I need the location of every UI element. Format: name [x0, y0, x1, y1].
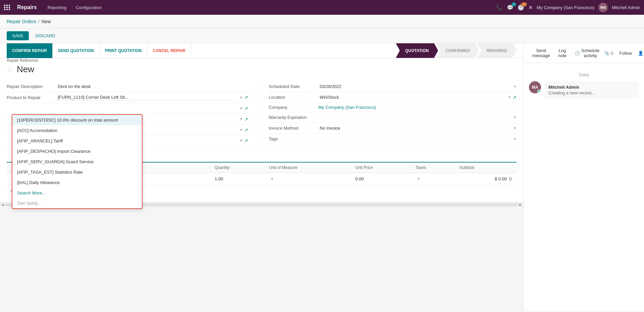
product-ext-link-icon[interactable]: ↗ [244, 95, 248, 100]
dropdown-item-6[interactable]: [DAL] Daily Allowance [12, 177, 142, 188]
row-quantity[interactable]: 1.00 [211, 173, 265, 185]
scroll-left-arrow[interactable]: ◀ [1, 203, 4, 207]
confirm-repair-button[interactable]: CONFIRM REPAIR [7, 43, 53, 58]
delete-row-icon[interactable]: 🗑 [508, 176, 513, 181]
tags-row: Tags ▼ [269, 134, 517, 144]
warranty-input[interactable] [318, 114, 511, 121]
location-arrow[interactable]: ▼ [508, 95, 511, 99]
dropdown-item-0[interactable]: [10PERCENTDISC] 10.0% discount on total … [12, 115, 142, 125]
invoice-method-row: Invoice Method ▼ [269, 123, 517, 134]
dropdown-arrow-4[interactable]: ▼ [239, 128, 243, 132]
company-label: Company [269, 105, 316, 110]
company-value[interactable]: My Company (San Francisco) [318, 105, 517, 110]
stage-confirmed[interactable]: CONFIRMED [436, 43, 479, 58]
chatter-actions: Send message Log note 🕐 Schedule activit… [524, 43, 644, 63]
location-input[interactable] [318, 94, 505, 100]
timer-icon[interactable]: 🕐 30 [518, 4, 524, 11]
user-avatar[interactable]: MA [598, 3, 608, 12]
scheduled-date-input[interactable] [318, 83, 511, 90]
invoice-method-input[interactable] [318, 125, 511, 131]
scroll-right-arrow[interactable]: ▶ [519, 203, 522, 207]
phone-icon[interactable]: 📞 [496, 4, 503, 11]
apps-icon[interactable] [4, 5, 10, 10]
stage-pipeline: QUOTATION CONFIRMED REPAIRED [396, 43, 517, 58]
product-to-repair-row: Product to Repair ▼ ↗ [7, 92, 248, 103]
dropdown-item-2[interactable]: [AFIP_ARANCEL] Tariff [12, 136, 142, 146]
ext-link-2[interactable]: ↗ [244, 106, 248, 111]
invoice-method-arrow[interactable]: ▼ [513, 126, 517, 130]
chatter-panel: Send message Log note 🕐 Schedule activit… [523, 43, 644, 311]
dropdown-item-1[interactable]: [ACC] Accomodation [12, 125, 142, 136]
ext-link-4[interactable]: ↗ [244, 127, 248, 133]
save-button[interactable]: SAVE [7, 31, 29, 40]
col-taxes: Taxes [412, 163, 455, 173]
tags-arrow[interactable]: ▼ [513, 137, 517, 141]
row-unit-price[interactable]: 0.00 [351, 173, 412, 185]
repair-description-input[interactable] [56, 83, 248, 90]
message-text: Creating a new record... [548, 90, 635, 95]
dropdown-item-4[interactable]: [AFIP_SERV_GUARDA] Guard Service [12, 157, 142, 167]
taxes-dropdown: [10PERCENTDISC] 10.0% discount on total … [12, 114, 143, 209]
nav-menu: Reporting Configuration [44, 3, 106, 12]
tags-input[interactable] [318, 136, 511, 142]
ext-link-5[interactable]: ↗ [244, 138, 248, 143]
follow-button[interactable]: Follow [616, 49, 636, 58]
col-subtotal: Subtotal [455, 163, 517, 173]
location-ext-link[interactable]: ↗ [513, 95, 517, 100]
nav-configuration[interactable]: Configuration [72, 3, 106, 12]
online-indicator [537, 90, 541, 93]
timer-badge: 30 [521, 2, 527, 6]
scheduled-date-arrow[interactable]: ▼ [513, 85, 517, 88]
repair-description-row: Repair Description [7, 81, 248, 92]
user-name: Mitchell Admin [612, 5, 640, 10]
action-bar: SAVE DISCARD [0, 29, 644, 43]
right-fields: Scheduled Date ▼ Location ▼ [262, 81, 517, 146]
nav-reporting[interactable]: Reporting [44, 3, 70, 12]
row-uom[interactable]: ▼ [265, 173, 351, 185]
repair-ref-label: Repair Reference [7, 58, 517, 63]
product-dropdown-arrow[interactable]: ▼ [239, 96, 243, 99]
message-body: Mitchell Admin Creating a new record... [544, 81, 639, 99]
breadcrumb-parent[interactable]: Repair Orders [7, 19, 36, 24]
log-note-button[interactable]: Log note [555, 46, 570, 60]
form-header: Repair Reference ☆ New [7, 58, 517, 75]
stage-quotation[interactable]: QUOTATION [396, 43, 438, 58]
follow-count: 👤 0 [638, 51, 644, 56]
star-icon[interactable]: ☆ [7, 65, 13, 74]
repair-name: New [17, 64, 34, 75]
uom-arrow[interactable]: ▼ [270, 177, 274, 181]
company-name: My Company (San Francisco) [537, 5, 594, 10]
person-icon: 👤 [638, 51, 643, 56]
taxes-arrow[interactable]: ▼ [417, 177, 420, 181]
stage-repaired[interactable]: REPAIRED [477, 43, 517, 58]
row-taxes[interactable]: ▼ [412, 173, 455, 185]
send-message-button[interactable]: Send message [529, 46, 553, 60]
schedule-activity-button[interactable]: 🕐 Schedule activity [571, 46, 603, 60]
app-name: Repairs [17, 4, 37, 10]
product-field-row-2: ▼ ↗ [7, 103, 248, 114]
dropdown-item-3[interactable]: [AFIP_DESPACHO] Import Clearance [12, 146, 142, 157]
repair-title: ☆ New [7, 64, 517, 75]
send-quotation-button[interactable]: SEND QUOTATION [53, 43, 100, 58]
dropdown-arrow-2[interactable]: ▼ [239, 106, 243, 110]
message-author: Mitchell Admin [548, 85, 635, 90]
location-row: Location ▼ ↗ [269, 92, 517, 103]
dropdown-start-typing: Start typing... [12, 198, 142, 208]
dropdown-item-5[interactable]: [AFIP_TASA_EST] Statistics Rate [12, 167, 142, 177]
dropdown-arrow-3[interactable]: ▼ [239, 117, 243, 121]
print-quotation-button[interactable]: PRINT QUOTATION [100, 43, 148, 58]
col-quantity: Quantity [211, 163, 265, 173]
product-field-input-2[interactable] [56, 105, 237, 112]
paperclip-icon: 📎 [604, 51, 609, 56]
warranty-label: Warranty Expiration [269, 115, 316, 120]
cancel-repair-button[interactable]: CANCEL REPAIR [147, 43, 191, 58]
close-icon[interactable]: ✕ [528, 4, 533, 11]
ext-link-3[interactable]: ↗ [244, 117, 248, 122]
warranty-arrow[interactable]: ▼ [513, 116, 517, 119]
row-subtotal: $ 0.00 🗑 [455, 173, 517, 185]
product-to-repair-input[interactable] [56, 94, 237, 101]
dropdown-search-more[interactable]: Search More... [12, 188, 142, 198]
col-unit-price: Unit Price [351, 163, 412, 173]
notifications-icon[interactable]: 💬 4 [507, 4, 514, 11]
discard-button[interactable]: DISCARD [32, 31, 59, 40]
